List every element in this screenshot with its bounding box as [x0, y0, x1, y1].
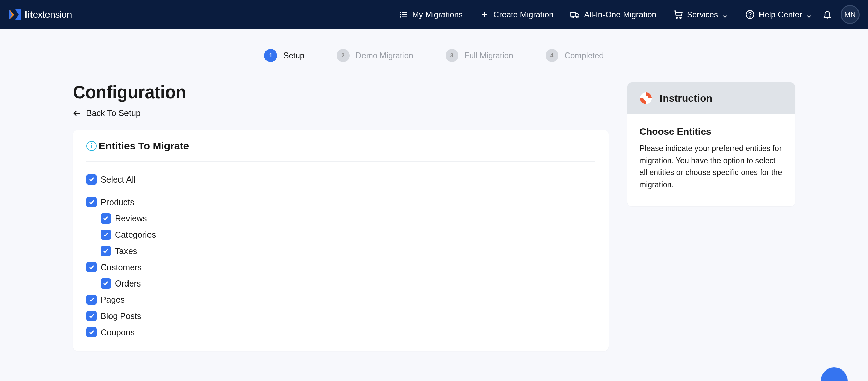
chevron-down-icon	[722, 12, 728, 18]
svg-point-5	[400, 16, 401, 17]
svg-point-12	[680, 17, 681, 18]
checkbox-categories[interactable]	[101, 230, 111, 240]
avatar[interactable]: MN	[841, 5, 860, 24]
entity-reviews: Reviews	[101, 213, 595, 224]
help-icon	[745, 10, 755, 19]
checkbox-select-all[interactable]	[86, 174, 97, 185]
step-num: 3	[446, 49, 458, 62]
bell-icon[interactable]	[823, 10, 832, 19]
instruction-subtitle: Choose Entities	[639, 126, 783, 137]
left-col: Configuration Back To Setup i Entities T…	[73, 82, 609, 351]
entity-label: Pages	[101, 295, 125, 305]
logo-text: litextension	[25, 9, 72, 20]
entity-label: Blog Posts	[101, 311, 141, 321]
entity-list: Select All Products Reviews Categories	[86, 174, 595, 337]
nav-label: Help Center	[759, 10, 802, 19]
content: 1 Setup 2 Demo Migration 3 Full Migratio…	[0, 29, 868, 351]
life-ring-icon	[639, 92, 652, 105]
stepper: 1 Setup 2 Demo Migration 3 Full Migratio…	[264, 49, 604, 62]
step-completed[interactable]: 4 Completed	[546, 49, 604, 62]
instruction-text: Please indicate your preferred entities …	[639, 143, 783, 191]
list-icon	[399, 10, 408, 19]
arrow-left-icon	[73, 109, 81, 118]
step-line	[420, 56, 439, 56]
entity-label: Orders	[115, 279, 141, 289]
instruction-card: Instruction Choose Entities Please indic…	[627, 82, 795, 206]
avatar-initials: MN	[844, 10, 856, 19]
step-label: Completed	[565, 51, 604, 60]
step-setup[interactable]: 1 Setup	[264, 49, 304, 62]
step-full[interactable]: 3 Full Migration	[446, 49, 513, 62]
checkbox-taxes[interactable]	[101, 246, 111, 256]
entity-label: Products	[101, 197, 134, 207]
entity-orders: Orders	[101, 278, 595, 289]
page-title: Configuration	[73, 82, 609, 102]
logo[interactable]: litextension	[8, 8, 72, 21]
step-label: Full Migration	[465, 51, 513, 60]
entity-select-all: Select All	[86, 174, 595, 191]
entity-blog-posts: Blog Posts	[86, 311, 595, 321]
entities-card: i Entities To Migrate Select All Product…	[73, 130, 609, 351]
plus-icon	[480, 10, 489, 19]
svg-point-10	[577, 16, 578, 18]
entity-products: Products	[86, 197, 595, 207]
nav-label: All-In-One Migration	[584, 10, 656, 19]
main-wrapper: Configuration Back To Setup i Entities T…	[73, 82, 795, 351]
fab-chat[interactable]	[821, 367, 848, 381]
step-label: Demo Migration	[356, 51, 413, 60]
instruction-header: Instruction	[627, 82, 795, 114]
svg-point-4	[400, 14, 401, 15]
back-label: Back To Setup	[86, 108, 141, 118]
checkbox-products[interactable]	[86, 197, 97, 207]
entity-coupons: Coupons	[86, 327, 595, 337]
svg-point-3	[400, 12, 401, 13]
entity-label: Select All	[101, 175, 136, 185]
checkbox-reviews[interactable]	[101, 213, 111, 224]
instruction-body: Choose Entities Please indicate your pre…	[627, 114, 795, 206]
checkbox-coupons[interactable]	[86, 327, 97, 337]
entity-label: Customers	[101, 262, 142, 272]
step-num: 4	[546, 49, 558, 62]
nav-create-migration[interactable]: Create Migration	[480, 10, 553, 19]
svg-point-17	[643, 96, 648, 101]
step-demo[interactable]: 2 Demo Migration	[337, 49, 413, 62]
entity-label: Categories	[115, 230, 156, 240]
entity-pages: Pages	[86, 295, 595, 305]
truck-icon	[570, 10, 580, 19]
checkbox-pages[interactable]	[86, 295, 97, 305]
entity-taxes: Taxes	[101, 246, 595, 256]
svg-point-14	[750, 17, 750, 17]
nav-help-center[interactable]: Help Center	[745, 10, 812, 19]
checkbox-orders[interactable]	[101, 278, 111, 289]
nav-label: My Migrations	[412, 10, 463, 19]
step-num: 2	[337, 49, 350, 62]
entity-label: Taxes	[115, 246, 137, 256]
header: litextension My Migrations Create Migrat…	[0, 0, 868, 29]
nav-services[interactable]: Services	[673, 10, 728, 19]
checkbox-customers[interactable]	[86, 262, 97, 272]
logo-icon	[8, 8, 22, 21]
card-title: Entities To Migrate	[99, 140, 189, 152]
svg-point-11	[676, 17, 678, 18]
info-icon[interactable]: i	[86, 141, 97, 151]
entity-categories: Categories	[101, 230, 595, 240]
entity-label: Reviews	[115, 214, 147, 224]
back-to-setup[interactable]: Back To Setup	[73, 108, 609, 118]
step-num: 1	[264, 49, 277, 62]
card-header: i Entities To Migrate	[86, 140, 595, 162]
step-label: Setup	[283, 51, 304, 60]
nav-label: Create Migration	[493, 10, 553, 19]
nav-all-in-one[interactable]: All-In-One Migration	[570, 10, 656, 19]
checkbox-blog-posts[interactable]	[86, 311, 97, 321]
entity-customers: Customers	[86, 262, 595, 272]
nav: My Migrations Create Migration All-In-On…	[399, 10, 812, 19]
right-col: Instruction Choose Entities Please indic…	[627, 82, 795, 351]
entity-label: Coupons	[101, 327, 135, 337]
svg-rect-8	[571, 12, 576, 16]
cart-icon	[673, 10, 683, 19]
chevron-down-icon	[806, 12, 812, 18]
svg-point-9	[572, 16, 574, 18]
nav-my-migrations[interactable]: My Migrations	[399, 10, 463, 19]
nav-label: Services	[687, 10, 718, 19]
step-line	[311, 56, 330, 56]
